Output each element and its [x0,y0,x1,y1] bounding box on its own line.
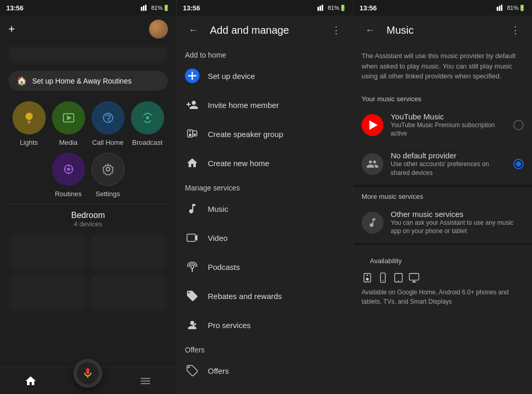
quick-action-callhome[interactable]: Call Home [91,101,125,146]
mic-circle [73,359,102,388]
your-music-services: Your music services YouTube Music YouTub… [353,90,532,184]
music-more-button[interactable]: ⋮ [507,22,524,38]
svg-rect-5 [28,123,30,124]
offers-label: Offers [208,366,229,375]
create-home-icon [185,156,200,170]
status-bar-music: 13:56 81%🔋 [353,0,532,16]
svg-point-33 [382,280,383,281]
device-card-1[interactable] [8,234,86,270]
mic-fab[interactable] [73,359,102,388]
settings-label: Settings [96,190,120,198]
avatar[interactable] [149,20,168,38]
phone-avail-icon [377,272,389,283]
quick-action-broadcast[interactable]: Broadcast [131,101,164,146]
home-title-blurred [8,47,168,62]
panel-google-home: 13:56 81%🔋 + 🏠 Set up Home & Away Routin… [0,0,177,394]
manage-services-label: Manage services [177,178,353,194]
rebates-icon [185,289,200,303]
pro-services-icon [185,318,200,332]
music-label: Music [208,205,228,213]
bedroom-title: Bedroom [8,211,168,220]
quick-action-media[interactable]: Media [52,101,85,146]
menu-pro-services[interactable]: Pro services [177,310,353,339]
no-default-name: No default provider [391,151,506,160]
podcasts-icon [185,260,200,274]
quick-action-settings[interactable]: Settings [91,153,125,198]
svg-rect-2 [145,5,147,11]
other-music-item[interactable]: Other music services You can ask your As… [353,203,532,243]
manage-services-section: Manage services Music Video Podcasts Reb… [177,178,353,339]
home-header: + [0,16,176,43]
nav-home[interactable] [24,375,37,387]
add-button[interactable]: + [8,22,15,36]
menu-rebates[interactable]: Rebates and rewards [177,281,353,310]
device-card-3[interactable] [8,275,86,311]
video-icon [185,230,200,245]
nav-list[interactable] [139,375,152,387]
banner-home-icon: 🏠 [17,76,27,86]
svg-point-12 [106,168,110,171]
device-card-2[interactable] [90,234,168,270]
status-bar-manage: 13:56 81%🔋 [177,0,353,16]
callhome-icon [91,101,125,134]
status-icons-manage: 81%🔋 [317,5,347,11]
lights-label: Lights [20,139,38,146]
menu-create-new-home[interactable]: Create new home [177,148,353,178]
battery-icon: 81%🔋 [151,5,170,11]
quick-action-lights[interactable]: Lights [12,101,46,146]
music-back-button[interactable]: ← [362,22,378,38]
svg-rect-32 [380,273,385,282]
menu-invite-member[interactable]: Invite home member [177,90,353,119]
media-label: Media [59,139,77,146]
manage-header: ← Add and manage ⋮ [177,16,353,45]
device-card-4[interactable] [90,275,168,311]
music-icon [185,201,200,216]
tablet-avail-icon [393,272,404,283]
monitor-avail-icon [408,272,420,283]
svg-point-3 [25,113,33,120]
more-music-label: More music services [353,187,532,203]
no-default-item[interactable]: No default provider Use other accounts' … [353,145,532,184]
svg-point-25 [189,367,190,368]
more-button[interactable]: ⋮ [328,22,344,38]
speaker-avail-icon [362,272,373,283]
other-music-icon [362,212,383,234]
svg-rect-27 [499,6,500,11]
status-time-home: 13:56 [6,4,23,12]
battery-text-manage: 81%🔋 [328,5,347,11]
create-home-label: Create new home [208,159,269,168]
bedroom-count: 4 devices [8,220,168,228]
availability-text: Available on Google Home, Android 6.0+ p… [362,288,524,306]
youtube-music-radio[interactable] [513,120,524,130]
bottom-nav [0,368,176,394]
other-music-sub: You can ask your Assistant to use any mu… [391,219,524,236]
status-time-music: 13:56 [360,4,377,12]
svg-point-9 [146,116,149,119]
no-default-radio[interactable] [513,159,524,169]
status-icons-music: 81%🔋 [497,5,526,11]
svg-rect-14 [320,6,321,11]
quick-action-routines[interactable]: Routines [52,153,85,198]
quick-actions-grid: Lights Media Call Home Broadcast Routine… [0,95,176,204]
menu-video[interactable]: Video [177,223,353,252]
menu-podcasts[interactable]: Podcasts [177,252,353,281]
menu-offers[interactable]: Offers [177,356,353,385]
menu-create-speaker-group[interactable]: Create speaker group [177,119,353,148]
offers-section: Offers Offers [177,339,353,385]
other-music-name: Other music services [391,210,524,219]
svg-rect-28 [501,5,502,11]
youtube-music-sub: YouTube Music Premium subscription activ… [391,121,506,139]
menu-setup-device[interactable]: Set up device [177,61,353,90]
youtube-music-item[interactable]: YouTube Music YouTube Music Premium subs… [353,106,532,145]
invite-member-label: Invite home member [208,101,279,110]
device-grid [0,230,176,315]
home-away-banner[interactable]: 🏠 Set up Home & Away Routines [8,71,168,91]
podcasts-label: Podcasts [208,263,240,271]
back-button[interactable]: ← [185,22,202,38]
add-to-home-label: Add to home [177,45,353,61]
speaker-group-icon [185,127,200,141]
youtube-icon [362,114,383,136]
menu-music[interactable]: Music [177,194,353,223]
settings-icon [91,153,125,186]
svg-point-20 [194,133,196,135]
